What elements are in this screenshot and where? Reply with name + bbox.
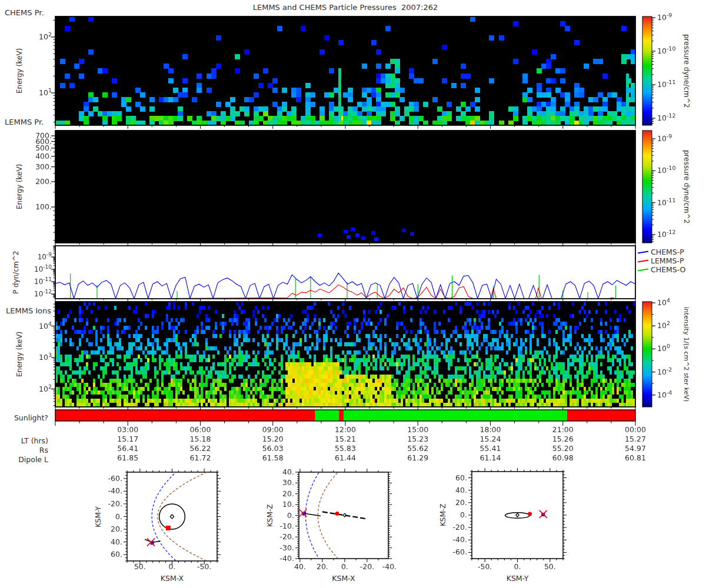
lemms-y-axis: 700.600.500.400.300.200.100. bbox=[35, 131, 55, 240]
line-legend: CHEMS-P LEMMS-P CHEMS-O bbox=[638, 248, 685, 274]
tick-label: 10-11 bbox=[34, 276, 52, 286]
legend-item-lemms-p: LEMMS-P bbox=[638, 256, 685, 265]
row-label-rs: Rs bbox=[0, 446, 48, 455]
orbit-plot-3: -50.0.50.60.40.20.0.-20.-40.-60. bbox=[453, 468, 567, 571]
colorbar-unit-lemms: pressure dyne/cm^2 bbox=[682, 131, 691, 243]
tick-label: 61.29 bbox=[407, 453, 428, 462]
orbit3-xlabel: KSM-Y bbox=[472, 574, 563, 583]
tick-label: -20. bbox=[453, 523, 467, 532]
tick-label: 10-10 bbox=[34, 264, 52, 273]
tick-label: 15.26 bbox=[552, 435, 574, 443]
tick-label: 55.41 bbox=[480, 444, 501, 453]
tick-label: 15.18 bbox=[190, 435, 211, 443]
lemms-spectrogram-canvas bbox=[55, 131, 635, 243]
tick-label: 20. bbox=[282, 489, 294, 498]
tick-label: 104 bbox=[39, 320, 52, 330]
tick-label: 15.27 bbox=[625, 435, 646, 443]
pressure-y-axis: 10-910-1010-1110-12 bbox=[34, 246, 55, 298]
plot-page: LEMMS and CHEMS Particle Pressures 2007:… bbox=[0, 0, 706, 588]
tick-label: -40. bbox=[453, 535, 467, 544]
orbit1-xlabel: KSM-X bbox=[127, 574, 217, 583]
legend-item-chems-o: CHEMS-O bbox=[638, 265, 685, 274]
tick-label: 10. bbox=[282, 500, 294, 509]
tick-label: 0. bbox=[287, 511, 294, 520]
tick-label: 10-12 bbox=[34, 289, 52, 298]
position-dot-marker bbox=[335, 512, 339, 516]
tick-label: 20. bbox=[455, 498, 467, 507]
legend-line-chems-p bbox=[638, 250, 648, 253]
tick-label: 15.20 bbox=[262, 435, 284, 443]
orbit-curves bbox=[302, 429, 398, 588]
tick-label: 55.83 bbox=[335, 444, 356, 453]
tick-label: -60. bbox=[108, 474, 122, 483]
legend-item-chems-p: CHEMS-P bbox=[638, 248, 685, 256]
tick-label: 104 bbox=[657, 297, 670, 307]
tick-label: 61.58 bbox=[262, 453, 284, 462]
tick-label: 15:00 bbox=[407, 425, 428, 434]
planet-diamond-marker bbox=[170, 514, 174, 519]
tick-label: 61.72 bbox=[190, 453, 211, 462]
colorbar-chems bbox=[642, 16, 652, 125]
orbit-plot-2: 40.20.0.-20.-40.40.30.20.10.0.-10.-20.-3… bbox=[280, 429, 398, 588]
spacecraft-square-marker bbox=[166, 526, 171, 530]
ions-spectrogram-canvas bbox=[55, 302, 635, 407]
tick-label: -40. bbox=[382, 562, 397, 571]
time-labels: 03:0006:0009:0012:0015:0018:0021:0000:00… bbox=[117, 425, 646, 462]
tick-label: 09:00 bbox=[262, 425, 284, 434]
tick-label: 54.97 bbox=[625, 444, 646, 453]
legend-label-lemms-p: LEMMS-P bbox=[651, 256, 684, 265]
planet-diamond-marker bbox=[516, 513, 519, 517]
spacecraft-square-marker bbox=[541, 513, 545, 516]
tick-label: 21:00 bbox=[552, 425, 574, 434]
y-axis-label-ions: Energy (keV) bbox=[15, 302, 24, 407]
tick-label: -50. bbox=[478, 562, 492, 571]
tick-label: -40. bbox=[280, 554, 294, 563]
tick-label: 200. bbox=[35, 177, 52, 186]
page-title: LEMMS and CHEMS Particle Pressures 2007:… bbox=[55, 3, 635, 12]
tick-label: 10-9 bbox=[38, 252, 52, 261]
panel-label-lemms-pr: LEMMS Pr. bbox=[5, 118, 44, 126]
tick-label: 60. bbox=[111, 550, 122, 559]
colorbar-lemms-ticks: 10-910-1010-1110-12 bbox=[652, 133, 675, 242]
tick-label: 0. bbox=[514, 562, 521, 571]
sunlight-label: Sunlight? bbox=[0, 413, 48, 422]
tick-label: 40. bbox=[111, 537, 122, 546]
tick-label: -60. bbox=[453, 547, 467, 556]
tick-label: -30. bbox=[280, 543, 294, 552]
tick-label: 10-12 bbox=[657, 229, 675, 239]
tick-label: 102 bbox=[39, 31, 52, 41]
tick-label: -20. bbox=[108, 499, 122, 508]
tick-label: 10-11 bbox=[657, 79, 675, 89]
spacecraft-square-marker bbox=[302, 512, 306, 516]
tick-label: 10-4 bbox=[657, 389, 672, 399]
tick-label: 10-10 bbox=[657, 45, 675, 55]
tick-label: 0. bbox=[169, 562, 176, 571]
tick-label: 10-11 bbox=[657, 197, 675, 207]
tick-label: 103 bbox=[39, 352, 52, 362]
panel-label-lemms-ions: LEMMS Ions bbox=[6, 306, 51, 315]
colorbar-unit-ions: intensity 1/(s cm^2 ster keV) bbox=[682, 302, 690, 407]
colorbar-lemms bbox=[642, 131, 652, 243]
tick-label: 500. bbox=[35, 143, 52, 152]
tick-label: 40. bbox=[282, 467, 294, 476]
tick-label: 03:00 bbox=[117, 425, 138, 434]
tick-label: 15.21 bbox=[335, 435, 356, 443]
y-axis-label-lemms: Energy (keV) bbox=[15, 131, 24, 243]
panel-label-chems-pr: CHEMS Pr. bbox=[5, 8, 44, 17]
orbit-plot-1: 50.0.-50.-60.-40.-20.0.20.40.60. bbox=[108, 466, 222, 571]
tick-label: 61.85 bbox=[117, 453, 138, 462]
legend-line-lemms-p bbox=[638, 259, 648, 262]
tick-label: 56.41 bbox=[117, 444, 138, 453]
tick-label: 55.20 bbox=[552, 444, 574, 453]
spacecraft-square-marker bbox=[151, 541, 154, 544]
row-label-lt: LT (hrs) bbox=[0, 436, 48, 445]
sunlight-bar bbox=[55, 410, 635, 421]
orbit3-ylabel: KSM-Z bbox=[439, 472, 447, 559]
tick-label: 55.62 bbox=[407, 444, 428, 453]
tick-label: 50. bbox=[134, 562, 146, 571]
tick-label: 15.23 bbox=[407, 435, 428, 443]
tick-label: 20. bbox=[317, 562, 328, 571]
tick-label: 10-10 bbox=[657, 165, 675, 175]
chems-y-axis: 102101 bbox=[39, 20, 55, 122]
tick-label: 15.24 bbox=[480, 435, 501, 443]
